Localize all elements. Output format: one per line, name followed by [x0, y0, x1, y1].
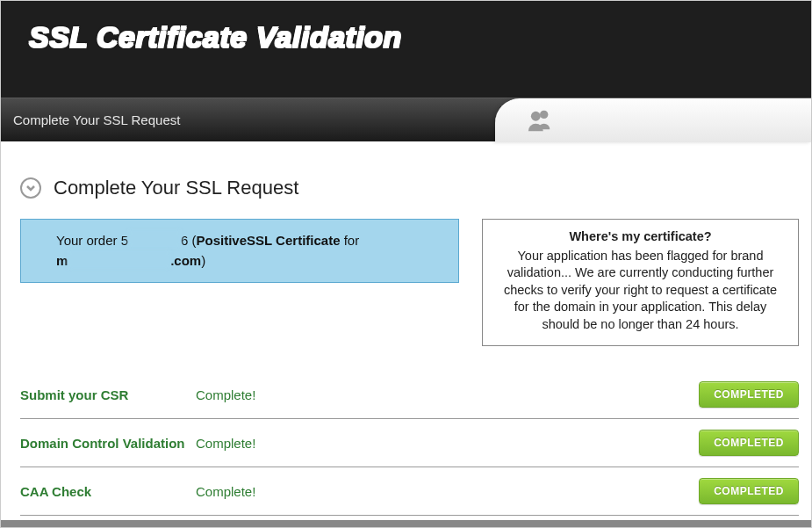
step-badge: COMPLETED	[699, 478, 799, 504]
step-row: Submit your CSR Complete! COMPLETED	[20, 371, 799, 419]
completed-badge: COMPLETED	[699, 430, 799, 456]
order-for: for	[340, 233, 359, 248]
banner: SSL Certificate Validation	[1, 1, 811, 98]
order-close-paren: )	[201, 253, 205, 268]
svg-point-0	[540, 110, 548, 118]
step-badge: COMPLETED	[699, 430, 799, 456]
summary-row: Your order 5xxxxxxxx6 (PositiveSSL Certi…	[20, 219, 799, 346]
step-status: Complete!	[196, 387, 699, 402]
order-domain-suffix: .com	[170, 253, 201, 268]
step-status: Complete!	[196, 436, 699, 451]
page-root: SSL Certificate Validation Complete Your…	[0, 0, 812, 528]
step-row: Domain Control Validation Complete! COMP…	[20, 419, 799, 467]
order-domain-start: m	[56, 253, 68, 268]
svg-point-1	[531, 111, 541, 120]
section-header: Complete Your SSL Request	[20, 177, 799, 199]
order-number-start: 5	[121, 233, 128, 248]
order-summary-box: Your order 5xxxxxxxx6 (PositiveSSL Certi…	[20, 219, 459, 283]
completed-badge: COMPLETED	[699, 478, 799, 504]
info-box: Where's my certificate? Your application…	[482, 219, 799, 346]
toolbar: Complete Your SSL Request	[1, 98, 811, 141]
content: Complete Your SSL Request Your order 5xx…	[1, 141, 811, 524]
step-status: Complete!	[196, 484, 699, 499]
steps-list: Submit your CSR Complete! COMPLETED Doma…	[20, 371, 799, 516]
order-prefix: Your order	[56, 233, 121, 248]
step-badge: COMPLETED	[699, 381, 799, 408]
order-open-paren: (	[188, 233, 196, 248]
order-product: PositiveSSL Certificate	[197, 233, 341, 248]
step-row: CAA Check Complete! COMPLETED	[20, 467, 799, 516]
order-number-redacted: xxxxxxxx	[128, 230, 181, 248]
page-title: SSL Certificate Validation	[29, 20, 811, 54]
step-name[interactable]: Domain Control Validation	[20, 436, 196, 451]
users-icon[interactable]	[527, 107, 553, 135]
step-name[interactable]: Submit your CSR	[20, 387, 196, 402]
chevron-down-icon[interactable]	[20, 177, 41, 199]
completed-badge: COMPLETED	[699, 381, 799, 408]
info-title: Where's my certificate?	[495, 228, 786, 246]
step-name[interactable]: CAA Check	[20, 484, 196, 499]
toolbar-right	[495, 98, 811, 142]
info-body: Your application has been flagged for br…	[504, 249, 777, 331]
section-title: Complete Your SSL Request	[54, 177, 298, 199]
footer-divider	[1, 520, 811, 527]
order-domain-redacted: xxxxxxxxxxxxxx	[68, 250, 170, 268]
